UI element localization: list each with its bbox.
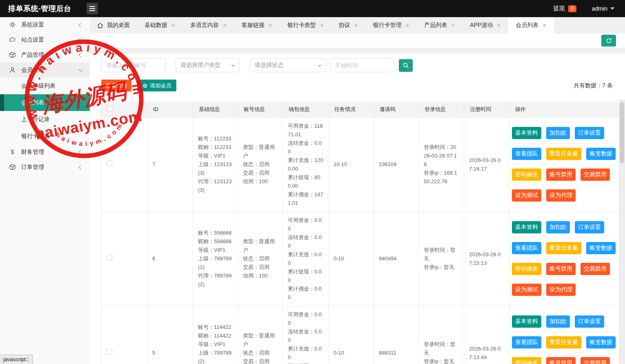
reset-task-volume-button[interactable]: 重置任务量 [546,148,581,160]
order-settings-button[interactable]: 订单设置 [575,221,604,233]
status-select[interactable]: 请选择状态 [250,58,326,72]
sidebar-item[interactable]: $财务管理 [0,144,90,160]
sidebar-subitem[interactable]: 上下分记录 [0,111,90,128]
close-icon[interactable]: ✕ [320,22,324,29]
basic-info-button[interactable]: 基本资料 [512,221,541,233]
close-icon[interactable]: ✕ [268,22,273,29]
sidebar-item-label: 系统设置 [21,21,44,29]
sidebar-subitem[interactable]: 会员等级列表 [0,78,90,94]
disable-trade-button[interactable]: 交易禁用 [581,263,610,275]
disable-trade-button[interactable]: 交易禁用 [581,169,610,181]
set-as-agent-button[interactable]: 设为代理 [546,189,576,202]
withdraw-menu[interactable]: 提现 0 [554,5,576,12]
sidebar-item[interactable]: 站点设置 [0,32,90,47]
add-deduct-button[interactable]: 加扣款 [546,221,570,233]
order-settings-button[interactable]: 订单设置 [575,127,604,139]
table-scrollbar[interactable] [619,100,625,364]
column-header: ID [147,102,193,117]
tab-label: 银行卡管理 [373,22,402,29]
change-password-button[interactable]: 密码修改 [512,169,541,181]
sidebar-item[interactable]: 订单管理 [0,160,90,175]
scrollbar-thumb[interactable] [620,102,624,163]
user-type-select[interactable]: 请选择用户类型 [176,58,240,72]
sidebar-subitem[interactable]: 银行卡列表 [0,128,90,144]
change-password-button[interactable]: 密码修改 [512,357,541,364]
reset-task-volume-button[interactable]: 重置任务量 [546,336,581,348]
set-as-test-button[interactable]: 设为测试 [512,189,541,202]
cell-wallet-info: 可用资金：0.00冻结资金：0.00累计充值：0.00累计提现：0.00累计佣金… [283,211,329,306]
close-icon[interactable]: ✕ [222,22,227,29]
sidebar-item-label: 订单管理 [21,164,44,171]
close-icon[interactable]: ✕ [171,22,176,29]
close-icon[interactable]: ✕ [405,22,410,29]
basic-info-button[interactable]: 基本资料 [512,127,541,139]
disable-account-button[interactable]: 账号禁用 [546,357,576,364]
tab-item[interactable]: 多语言内容✕ [183,17,234,33]
close-icon[interactable]: ✕ [496,22,501,29]
row-checkbox[interactable] [107,349,112,355]
balance-data-button[interactable]: 账变数据 [586,242,616,254]
change-password-button[interactable]: 密码修改 [512,263,541,275]
tab-item[interactable]: 产品列表✕ [417,17,463,33]
view-team-button[interactable]: 查看团队 [512,336,541,348]
add-deduct-button[interactable]: 加扣款 [546,127,570,139]
chevron-left-icon [78,53,83,57]
tab-item[interactable]: APP滚动✕ [463,17,508,33]
reset-task-volume-button[interactable]: 重置任务量 [546,242,581,254]
search-button[interactable] [399,59,413,72]
column-header: 登录信息 [419,102,464,117]
set-as-test-button[interactable]: 设为测试 [512,284,541,296]
close-icon[interactable]: ✕ [354,22,358,29]
close-icon[interactable]: ✕ [451,22,455,29]
row-checkbox[interactable] [107,255,112,260]
order-settings-button[interactable]: 订单设置 [575,315,604,328]
set-as-agent-button[interactable]: 设为代理 [546,284,576,296]
admin-menu[interactable]: admin [592,5,614,12]
tab-item[interactable]: 协议✕ [331,17,366,33]
tab-item[interactable]: 会员列表✕ [508,17,554,33]
add-member-button[interactable]: ⊕ 添加会员 [138,80,176,91]
view-team-button[interactable]: 查看团队 [512,148,541,160]
start-time-input[interactable] [330,58,394,72]
table-row: 7账号：112233昵称：112233等级：VIP1上级：123123(3)代理… [102,117,619,211]
select-all-checkbox[interactable] [107,106,113,111]
app-title: 排单系统-管理后台 [0,4,87,13]
cube-icon [9,51,16,58]
cell-login-info: 登录时间：2026-03-26 07:16登录ip：169.150.222.76 [419,117,464,211]
add-deduct-button[interactable]: 加扣款 [546,315,570,328]
cell-actions: 基本资料加扣款订单设置查看团队重置任务量账变数据密码修改账号禁用交易禁用设为测试… [509,211,619,306]
tab-item[interactable]: 银行卡管理✕ [366,17,417,33]
column-header: 账号信息 [238,102,283,117]
plus-circle-icon: ⊕ [142,82,148,89]
view-team-button[interactable]: 查看团队 [512,242,541,254]
basic-info-button[interactable]: 基本资料 [512,315,541,328]
balance-data-button[interactable]: 账变数据 [586,336,616,348]
tab-item[interactable]: 我的桌面 [90,17,137,33]
content-toolbar [90,33,625,48]
disable-account-button[interactable]: 账号禁用 [546,169,576,181]
sidebar-item[interactable]: 系统设置 [0,17,90,32]
tab-item[interactable]: 客服链接✕ [234,17,280,33]
sidebar-item[interactable]: 产品管理 [0,47,90,62]
cell-task-status: 10-10 [329,117,374,211]
tab-item[interactable]: 银行卡类型✕ [280,17,331,33]
member-list-panel: 请选择用户类型 请选择状态 批量禁用 ⊕ 添加会员 共有数据：7 条 ID基础 [90,53,625,364]
admin-username: admin [592,5,607,12]
batch-disable-button[interactable]: 批量禁用 [101,80,131,91]
row-checkbox[interactable] [107,160,112,166]
tab-item[interactable]: 基础数据✕ [137,17,183,33]
sidebar-subitem[interactable]: 会员列表 [0,94,90,111]
chevron-down-icon [610,7,614,10]
sidebar-toggle-button[interactable] [87,3,98,14]
sidebar-item[interactable]: 会员管理 [0,62,90,78]
refresh-button[interactable] [601,35,616,47]
balance-data-button[interactable]: 账变数据 [586,148,616,160]
tab-label: 客服链接 [242,22,265,29]
table-actions-row: 批量禁用 ⊕ 添加会员 共有数据：7 条 [101,80,625,91]
cell-register-time: 2026-03-26 07:15:13 [464,211,509,306]
disable-trade-button[interactable]: 交易禁用 [581,357,610,364]
close-icon[interactable]: ✕ [542,22,547,29]
disable-account-button[interactable]: 账号禁用 [546,263,576,275]
cell-basic-info: 账号：114422昵称：114422等级：VIP1上级：789789(2)代理：… [193,306,238,364]
account-search-input[interactable] [101,58,166,72]
